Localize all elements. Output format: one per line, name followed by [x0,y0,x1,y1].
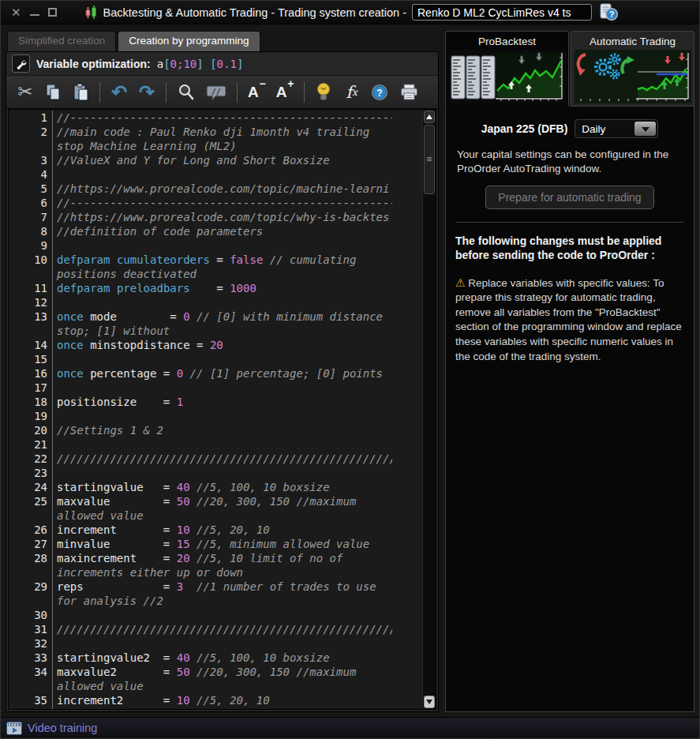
code-line[interactable]: 25maxvalue = 50 //20, 300, 150 //maximum… [9,494,422,523]
code-line[interactable]: 2//main code : Paul Renko dji 1month v4 … [9,125,422,153]
code-line[interactable]: 26increment = 10 //5, 20, 10 [9,523,422,537]
code-line[interactable]: 17 [9,381,422,395]
hint-lightbulb-icon[interactable] [315,81,332,104]
minimize-icon[interactable] [30,14,39,16]
system-name-input[interactable] [412,4,592,21]
video-icon [6,722,22,735]
code-line[interactable]: 30 [9,608,422,622]
comment-icon[interactable]: // [206,81,226,104]
creation-tabs: Simplified creation Creation by programm… [6,31,439,51]
code-line[interactable]: 9 [9,238,422,253]
scroll-down-button[interactable] [424,696,435,708]
svg-text:?: ? [377,87,383,98]
code-line[interactable]: 3//ValueX and Y for Long and Short Boxsi… [9,153,422,167]
code-line[interactable]: 19 [9,409,422,423]
search-icon[interactable] [177,81,196,104]
code-line[interactable]: 31//////////////////////////////////////… [9,622,422,636]
probacktest-label: ProBacktest [478,36,536,47]
code-line[interactable]: 22//////////////////////////////////////… [9,452,422,466]
print-icon[interactable] [399,81,420,104]
close-icon[interactable]: ✕ [11,6,21,18]
code-line[interactable]: 16once percentage = 0 // [1] percentage;… [9,366,422,381]
code-line[interactable]: 6//-------------------------------------… [9,196,422,210]
code-line[interactable]: 12 [9,295,422,309]
automatic-trading-thumbnail [575,50,691,107]
svg-text://: // [211,87,221,96]
titlebar: ✕ Backtesting & Automatic Trading - Trad… [1,1,699,24]
code-line[interactable]: 23 [9,466,422,480]
code-line[interactable]: 36minvalue2 = 15 //5, minimum allowed va… [9,707,422,709]
code-line[interactable]: 28maxincrement = 20 //5, 10 limit of no … [9,551,422,580]
editor-scrollbar[interactable]: ≡ [422,110,436,709]
code-line[interactable]: 1//-------------------------------------… [9,111,422,125]
tab-creation-by-programming[interactable]: Creation by programming [118,31,260,51]
warning-icon: ⚠ [455,276,466,289]
triangle-down-icon [426,700,432,707]
toolbar-separator [237,82,238,103]
code-line[interactable]: 27minvalue = 15 //5, minimum allowed val… [9,537,422,551]
video-training-link[interactable]: Video training [28,722,97,734]
window-controls: ✕ [1,6,67,18]
code-line[interactable]: 10defparam cumulateorders = false // cum… [9,253,422,281]
toolbar-separator [99,82,100,103]
code-line[interactable]: 33startingvalue2 = 40 //5, 100, 10 boxsi… [9,651,422,665]
capital-settings-text: Your capital settings can be configured … [457,148,683,176]
timeframe-value: Daily [582,123,605,135]
function-icon[interactable]: fx [343,81,360,104]
code-line[interactable]: 11defparam preloadbars = 1000 [9,281,422,295]
cut-icon[interactable]: ✂ [17,81,34,104]
backtest-column: ProBacktest [445,31,694,712]
grip-icon: ≡ [427,152,432,167]
code-line[interactable]: 4 [9,167,422,182]
code-line[interactable]: 34maxvalue2 = 50 //20, 300, 150 //maximu… [9,665,422,693]
paste-icon[interactable] [72,81,89,104]
code-line[interactable]: 5//https://www.prorealcode.com/topic/mac… [9,182,422,196]
chevron-down-icon [634,122,656,136]
code-line[interactable]: 21 [9,437,422,452]
code-line[interactable]: 20//Settings 1 & 2 [9,423,422,437]
variable-optimization-expression[interactable]: a[0;10] [0.1] [157,58,244,70]
main-area: Simplified creation Creation by programm… [1,24,699,717]
market-label: Japan 225 (DFB) [481,122,568,135]
code-line[interactable]: 7//https://www.prorealcode.com/topic/why… [9,210,422,224]
mode-tabs: ProBacktest [445,31,694,107]
help-document-icon[interactable]: ? [598,3,619,21]
help-icon[interactable]: ? [370,81,389,104]
scrollbar-thumb[interactable]: ≡ [424,125,435,194]
editor-toolbar: ✂ ↶ [6,76,438,109]
creation-column: Simplified creation Creation by programm… [6,31,439,712]
increase-font-icon[interactable]: A+ [276,81,294,104]
decrease-font-icon[interactable]: A− [248,81,266,104]
code-lines[interactable]: 1//-------------------------------------… [9,110,422,709]
probacktest-thumbnail [449,50,566,107]
code-line[interactable]: 13once mode = 0 // [0] with minimum dist… [9,309,422,338]
tab-probacktest[interactable]: ProBacktest [445,31,569,107]
code-line[interactable]: 29reps = 3 //1 number of trades to use f… [9,580,422,608]
window-title: Backtesting & Automatic Trading - Tradin… [103,6,406,19]
redo-icon[interactable]: ↷ [138,81,155,104]
code-editor[interactable]: 1//-------------------------------------… [8,109,436,710]
tab-automatic-trading[interactable]: Automatic Trading [571,31,694,107]
code-line[interactable]: 14once minstopdistance = 20 [9,338,422,352]
code-line[interactable]: 35increment2 = 10 //5, 20, 10 [9,693,422,707]
scroll-up-button[interactable] [424,111,435,123]
maximize-icon[interactable] [48,8,57,17]
undo-icon[interactable]: ↶ [110,81,128,104]
code-line[interactable]: 15 [9,352,422,366]
copy-icon[interactable] [44,81,62,104]
wrench-icon[interactable] [12,54,30,73]
timeframe-select[interactable]: Daily [575,119,658,138]
prepare-for-automatic-trading-button[interactable]: Prepare for automatic trading [485,186,654,209]
variable-optimization-label: Variable optimization: [36,58,151,70]
code-line[interactable]: 8//definition of code parameters [9,224,422,238]
toolbar-separator [166,82,167,103]
code-line[interactable]: 18positionsize = 1 [9,395,422,409]
title-group: Backtesting & Automatic Trading - Tradin… [84,5,406,20]
warning-paragraph: ⚠ Replace variables with specific values… [455,276,684,365]
code-line[interactable]: 24startingvalue = 40 //5, 100, 10 boxsiz… [9,480,422,494]
tab-simplified-creation[interactable]: Simplified creation [7,31,116,51]
code-line[interactable]: 32 [9,636,422,651]
toolbar-separator [304,82,305,103]
divider [455,222,684,223]
status-bar: Video training [1,717,699,738]
